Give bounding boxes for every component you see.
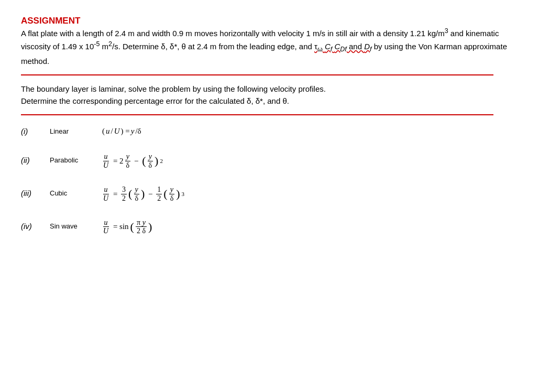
velocity-profiles: (i) Linear (u/U) = y/δ (ii) Parabolic u … <box>21 126 518 235</box>
problem-paragraph-1: A flat plate with a length of 2.4 m and … <box>21 26 518 67</box>
profile-name-2: Parabolic <box>50 156 102 164</box>
profile-formula-2: u U = 2 y δ − ( y δ ) 2 <box>102 151 163 169</box>
profile-num-1: (i) <box>21 127 50 136</box>
profile-parabolic: (ii) Parabolic u U = 2 y δ − ( y δ <box>21 151 518 169</box>
profile-linear: (i) Linear (u/U) = y/δ <box>21 126 518 136</box>
profile-sinwave: (iv) Sin wave u U = sin ( π y 2 δ ) <box>21 217 518 235</box>
profile-num-3: (iii) <box>21 189 50 198</box>
profile-name-4: Sin wave <box>50 222 102 230</box>
assignment-title: ASSIGNMENT <box>21 16 518 26</box>
profile-num-4: (iv) <box>21 222 50 231</box>
profile-cubic: (iii) Cubic u U = 3 2 ( y δ ) − <box>21 184 518 202</box>
divider-2 <box>21 114 493 115</box>
profile-num-2: (ii) <box>21 156 50 165</box>
profile-formula-1: (u/U) = y/δ <box>102 126 141 136</box>
profile-name-3: Cubic <box>50 189 102 197</box>
profile-formula-3: u U = 3 2 ( y δ ) − 1 2 <box>102 184 184 202</box>
divider-1 <box>21 74 493 75</box>
problem-paragraph-2: The boundary layer is laminar, solve the… <box>21 83 518 107</box>
profile-name-1: Linear <box>50 127 102 135</box>
profile-formula-4: u U = sin ( π y 2 δ ) <box>102 217 152 235</box>
